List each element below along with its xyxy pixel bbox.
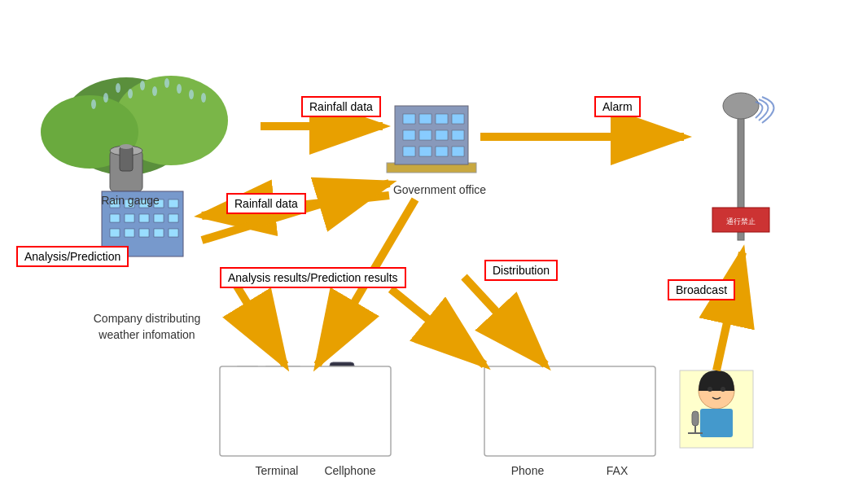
rainfall-data-top-label: Rainfall data	[301, 96, 381, 117]
svg-point-96	[721, 387, 725, 392]
svg-rect-21	[419, 114, 432, 124]
person-icon	[680, 370, 753, 448]
svg-rect-97	[700, 409, 733, 437]
svg-point-10	[177, 84, 182, 94]
svg-rect-29	[419, 147, 432, 156]
svg-point-13	[201, 93, 206, 103]
svg-rect-46	[154, 229, 164, 237]
svg-text:通行禁止: 通行禁止	[726, 217, 756, 226]
svg-point-9	[164, 78, 169, 88]
svg-rect-16	[120, 147, 133, 171]
svg-rect-43	[110, 229, 120, 237]
cellphone-label: Cellphone	[318, 464, 383, 477]
alarm-label: Alarm	[594, 96, 641, 117]
government-office-label: Government office	[391, 183, 488, 196]
svg-rect-26	[436, 130, 448, 140]
distribution-label: Distribution	[484, 260, 558, 281]
broadcast-label: Broadcast	[668, 279, 735, 300]
svg-rect-98	[692, 411, 699, 426]
svg-rect-44	[125, 229, 134, 237]
svg-point-95	[707, 387, 712, 392]
diagram-container: 通行禁止	[0, 0, 863, 504]
rain-gauge-label: Rain gauge	[98, 194, 163, 207]
diagram-svg: 通行禁止	[0, 0, 863, 504]
terminal-label: Terminal	[244, 464, 309, 477]
terminal-box	[220, 366, 391, 456]
analysis-prediction-label: Analysis/Prediction	[16, 246, 129, 267]
svg-rect-20	[403, 114, 415, 124]
svg-point-7	[140, 81, 145, 90]
phone-label: Phone	[503, 464, 552, 477]
svg-rect-41	[154, 214, 164, 222]
svg-rect-22	[436, 114, 448, 124]
company-label: Company distributing weather infomation	[88, 311, 206, 343]
svg-rect-23	[452, 114, 464, 124]
svg-point-5	[116, 83, 120, 93]
svg-rect-45	[139, 229, 149, 237]
svg-rect-24	[403, 130, 415, 140]
svg-point-12	[91, 99, 96, 109]
svg-rect-47	[169, 229, 178, 237]
svg-rect-38	[110, 214, 120, 222]
svg-point-4	[103, 93, 108, 103]
svg-point-8	[152, 86, 157, 96]
svg-rect-25	[419, 130, 432, 140]
svg-rect-30	[436, 147, 448, 156]
analysis-results-label: Analysis results/Prediction results	[220, 267, 406, 288]
svg-point-17	[120, 144, 133, 149]
svg-rect-42	[169, 214, 178, 222]
svg-rect-27	[452, 130, 464, 140]
rain-gauge-icon	[110, 144, 142, 191]
svg-rect-39	[125, 214, 134, 222]
svg-rect-28	[403, 147, 415, 156]
rainfall-data-mid-label: Rainfall data	[226, 193, 306, 214]
svg-point-49	[723, 93, 759, 119]
svg-point-6	[128, 89, 133, 99]
fax-label: FAX	[593, 464, 642, 477]
svg-rect-40	[139, 214, 149, 222]
phone-fax-box	[484, 366, 655, 456]
svg-rect-31	[452, 147, 464, 156]
svg-rect-37	[169, 199, 178, 208]
government-office-icon	[387, 106, 476, 173]
svg-point-11	[189, 90, 194, 99]
